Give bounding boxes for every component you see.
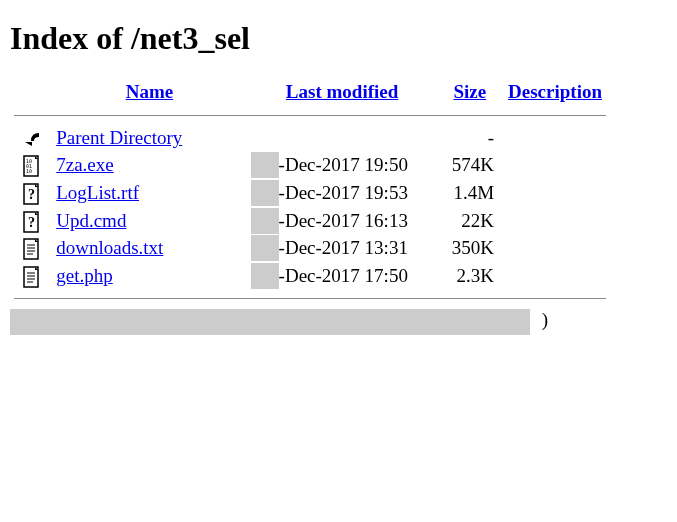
table-row: get.php -Dec-2017 17:50 2.3K: [10, 262, 610, 290]
svg-text:?: ?: [28, 215, 35, 230]
table-row: ? LogList.rtf -Dec-2017 19:53 1.4M: [10, 179, 610, 207]
parent-link[interactable]: Parent Directory: [56, 127, 182, 148]
parent-size: -: [438, 124, 501, 152]
sort-size[interactable]: Size: [453, 81, 486, 102]
file-link[interactable]: Upd.cmd: [56, 210, 126, 231]
file-size: 2.3K: [438, 262, 501, 290]
table-row: 100110 7za.exe -Dec-2017 19:50 574K: [10, 152, 610, 180]
file-size: 22K: [438, 207, 501, 235]
binary-icon: 100110: [22, 155, 42, 177]
redaction: [251, 152, 279, 178]
back-icon: [22, 128, 42, 150]
directory-listing: Name Last modified Size Description Pare…: [10, 77, 610, 307]
svg-text:10: 10: [26, 168, 32, 174]
text-icon: [22, 238, 42, 260]
header-row: Name Last modified Size Description: [10, 77, 610, 107]
file-link[interactable]: 7za.exe: [56, 154, 113, 175]
redaction: [251, 235, 279, 261]
divider: [14, 115, 606, 116]
file-link[interactable]: LogList.rtf: [56, 182, 139, 203]
unknown-icon: ?: [22, 211, 42, 233]
sort-modified[interactable]: Last modified: [286, 81, 398, 102]
file-size: 1.4M: [438, 179, 501, 207]
redaction: [251, 180, 279, 206]
file-link[interactable]: downloads.txt: [56, 237, 163, 258]
footer-redaction: ): [10, 309, 530, 335]
sort-name[interactable]: Name: [126, 81, 173, 102]
table-row: ? Upd.cmd -Dec-2017 16:13 22K: [10, 207, 610, 235]
file-size: 350K: [438, 235, 501, 263]
parent-row: Parent Directory -: [10, 124, 610, 152]
redaction: [251, 208, 279, 234]
table-row: downloads.txt -Dec-2017 13:31 350K: [10, 235, 610, 263]
sort-description[interactable]: Description: [508, 81, 602, 102]
text-icon: [22, 266, 42, 288]
file-link[interactable]: get.php: [56, 265, 112, 286]
svg-text:?: ?: [28, 187, 35, 202]
footer-text: ): [542, 309, 548, 331]
file-size: 574K: [438, 152, 501, 180]
redaction: [251, 263, 279, 289]
divider: [14, 298, 606, 299]
page-title: Index of /net3_sel: [10, 20, 667, 57]
unknown-icon: ?: [22, 183, 42, 205]
